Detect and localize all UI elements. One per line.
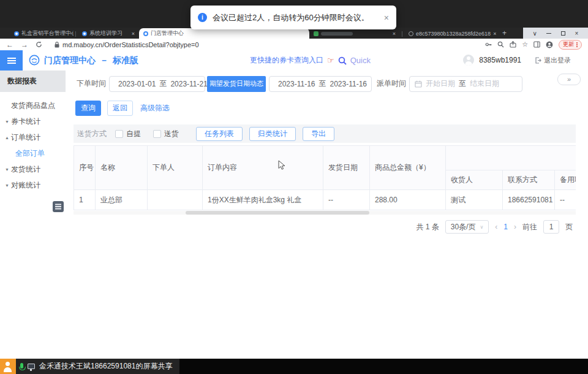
- hamburger-icon: [7, 60, 16, 61]
- calendar-icon: [415, 80, 422, 88]
- cell-content: 1份XX生鲜羊肉礼盒3kg 礼盒: [203, 190, 323, 210]
- total-count: 共 1 条: [416, 222, 439, 232]
- expected-ship-date-tag[interactable]: 期望发货日期动态: [207, 76, 266, 92]
- share-icon[interactable]: [510, 41, 516, 48]
- action-buttons: 查询 返回 高级筛选: [75, 101, 170, 116]
- avatar[interactable]: [463, 55, 474, 66]
- sidebar-item-label: 发货商品盘点: [11, 101, 55, 111]
- zoom-icon[interactable]: [497, 41, 504, 48]
- tab-label: 礼盒营销平台管理中心: [21, 29, 74, 37]
- sidebar-item-order-stats[interactable]: ▲ 订单统计: [0, 129, 66, 145]
- quick-label[interactable]: Quick: [350, 56, 371, 65]
- tab-label: 系统培训学习: [89, 29, 123, 37]
- sidebar-item-shipping-stats[interactable]: ▼ 发货统计: [0, 161, 66, 177]
- profile-icon[interactable]: [546, 41, 553, 48]
- mouse-cursor: [278, 160, 285, 171]
- sidebar-item-all-orders-active[interactable]: 全部订单: [0, 145, 66, 161]
- delivery-mode-label: 送货方式: [77, 129, 107, 139]
- scrollbar-thumb[interactable]: [186, 211, 369, 215]
- order-date-range-input[interactable]: 2023-01-01 至 2023-11-21: [109, 76, 205, 92]
- export-button[interactable]: 导出: [303, 127, 334, 141]
- tab-close-icon[interactable]: ×: [493, 31, 496, 37]
- coupon-query-entry-link[interactable]: 更快捷的券卡查询入口: [250, 55, 323, 66]
- goto-page-input[interactable]: [543, 220, 559, 234]
- tab-close-icon[interactable]: ×: [132, 31, 135, 37]
- delivery-label: 送货: [164, 129, 179, 139]
- pickup-checkbox[interactable]: [115, 130, 123, 138]
- sidebar-menu: 发货商品盘点 ▼ 券卡统计 ▲ 订单统计 全部订单 ▼: [0, 92, 66, 193]
- quick-search-icon[interactable]: [338, 56, 347, 65]
- url-field[interactable]: md.maboy.cn/OrderStatisticsDetail?objtyp…: [55, 41, 485, 48]
- app-header: 门店管理中心 － 标准版 更快捷的券卡查询入口 ☞ Quick 8385wb19…: [0, 50, 588, 71]
- tab-search-chevron-icon[interactable]: ∨: [533, 30, 537, 37]
- key-icon[interactable]: [485, 41, 492, 48]
- cell-name: 业总部: [96, 190, 148, 210]
- sidebar-item-coupon-stats[interactable]: ▼ 券卡统计: [0, 113, 66, 129]
- sidebar-item-shipment-inventory[interactable]: 发货商品盘点: [0, 97, 66, 113]
- maximize-icon[interactable]: [561, 31, 565, 36]
- dispatch-time-label: 派单时间: [377, 78, 406, 89]
- username: 8385wb1991: [479, 56, 521, 64]
- dispatch-date-range-input[interactable]: 开始日期 至 结束日期: [409, 76, 522, 92]
- prev-page-button[interactable]: ‹: [495, 223, 497, 231]
- query-button[interactable]: 查询: [75, 101, 101, 116]
- tab-training[interactable]: 系统培训学习 ×: [78, 28, 139, 39]
- goto-label: 前往: [522, 222, 537, 232]
- cell-backup: --: [555, 190, 576, 210]
- minimize-icon[interactable]: [546, 33, 551, 34]
- delivery-checkbox[interactable]: [153, 130, 161, 138]
- col-header-content: 订单内容: [203, 146, 323, 190]
- tab-hash-url[interactable]: e8c573980b1328a258fd2e618 ×: [404, 28, 496, 39]
- sidebar-collapse-handle[interactable]: [53, 201, 64, 212]
- user-area: 8385wb1991 退出登录: [463, 55, 571, 66]
- favicon-blue-icon: [143, 31, 148, 36]
- pagination: 共 1 条 30条/页 ∨ ‹ 1 › 前往 页: [416, 220, 573, 234]
- window-close-icon[interactable]: ×: [575, 30, 579, 37]
- forward-icon[interactable]: →: [21, 41, 28, 48]
- logout-button[interactable]: 退出登录: [535, 56, 571, 65]
- page-size-select[interactable]: 30条/页 ∨: [445, 220, 489, 234]
- advanced-filter-link[interactable]: 高级筛选: [140, 103, 170, 113]
- browser-window: 礼盒营销平台管理中心 × 系统培训学习 × 门店管理中心 ×: [0, 28, 588, 359]
- back-icon[interactable]: ←: [6, 41, 13, 48]
- address-bar-actions: ☆ 更新: [485, 40, 582, 50]
- edition-label: 标准版: [113, 55, 138, 66]
- chevron-up-icon: ▲: [5, 135, 9, 140]
- expected-date-range-input[interactable]: 2023-11-16 至 2023-11-16: [269, 76, 372, 92]
- next-page-button[interactable]: ›: [514, 223, 516, 231]
- chrome-update-button[interactable]: 更新: [559, 40, 582, 50]
- toast-close-icon[interactable]: ×: [384, 13, 389, 22]
- end-date: 2023-11-21: [170, 80, 208, 88]
- url-text: md.maboy.cn/OrderStatisticsDetail?objtyp…: [62, 41, 199, 48]
- reload-icon[interactable]: [36, 41, 42, 48]
- tab-gift-platform[interactable]: 礼盒营销平台管理中心 ×: [10, 28, 74, 39]
- side-panel-icon[interactable]: [533, 41, 540, 48]
- chevron-down-icon: ▼: [5, 167, 9, 172]
- cell-amount: 288.00: [370, 190, 446, 210]
- sidebar-item-reconciliation-stats[interactable]: ▼ 对账统计: [0, 177, 66, 193]
- page-number-1[interactable]: 1: [503, 223, 508, 231]
- screen-share-bar: 金禾通技术王斌18662591081的屏幕共享: [0, 359, 588, 374]
- sidebar-item-label: 发货统计: [11, 164, 40, 175]
- expand-filters-button[interactable]: »: [557, 74, 581, 85]
- range-separator: 至: [159, 78, 167, 89]
- col-header-receiver-group: [446, 146, 576, 170]
- tab-label: 门店管理中心: [151, 29, 184, 37]
- sidebar: 数据报表 发货商品盘点 ▼ 券卡统计 ▲ 订单统计 全部订单: [0, 71, 66, 359]
- new-tab-button[interactable]: +: [502, 29, 507, 37]
- tab-store-center-active[interactable]: 门店管理中心: [139, 28, 309, 39]
- tab-close-icon[interactable]: ×: [393, 31, 396, 37]
- tab-obscured[interactable]: ×: [309, 28, 400, 39]
- cell-ship-date: --: [323, 190, 370, 210]
- start-date-placeholder: 开始日期: [426, 78, 455, 89]
- back-button[interactable]: 返回: [107, 101, 133, 116]
- start-date: 2023-11-16: [278, 80, 315, 88]
- task-list-button[interactable]: 任务列表: [196, 127, 243, 141]
- sidebar-item-label: 对账统计: [11, 180, 40, 191]
- bookmark-star-icon[interactable]: ☆: [522, 41, 528, 48]
- store-management-app: 门店管理中心 － 标准版 更快捷的券卡查询入口 ☞ Quick 8385wb19…: [0, 50, 588, 359]
- category-stats-button[interactable]: 归类统计: [249, 127, 296, 141]
- horizontal-scrollbar: [74, 211, 576, 215]
- sidebar-toggle-button[interactable]: [0, 50, 23, 71]
- share-text: 金禾通技术王斌18662591081的屏幕共享: [39, 361, 172, 372]
